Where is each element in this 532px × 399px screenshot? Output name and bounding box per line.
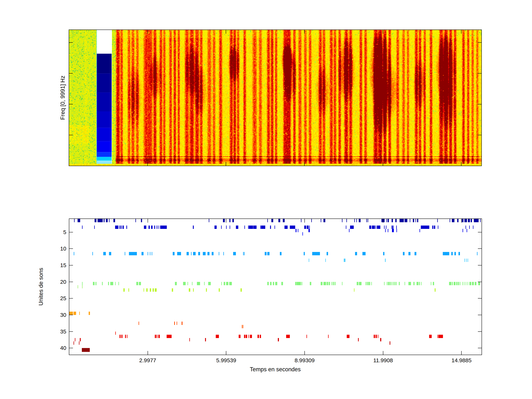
sound-unit-20-mark — [454, 282, 456, 285]
raster-xtick-top — [461, 219, 462, 223]
raster-ytick-right — [478, 265, 481, 266]
sound-unit-20-mark — [273, 282, 274, 285]
sound-unit-3-mark — [309, 226, 310, 229]
sound-unit-29-mark — [69, 312, 73, 315]
sound-unit-1-mark — [464, 219, 467, 222]
sound-unit-1-mark — [359, 219, 361, 222]
sound-unit-20-mark — [431, 282, 431, 285]
sound-unit-3-mark — [230, 226, 230, 229]
raster-ytick-label: 30 — [53, 312, 66, 318]
sound-unit-3-mark — [126, 226, 127, 229]
raster-ytick-left — [69, 248, 73, 249]
sound-unit-3-mark — [375, 226, 376, 229]
sound-unit-20-mark — [95, 282, 97, 285]
sound-unit-36-mark — [244, 335, 245, 338]
sound-unit-20-mark — [396, 282, 397, 285]
sound-unit-20-mark — [334, 282, 334, 285]
sound-unit-36-mark — [438, 335, 443, 338]
sound-unit-22-mark — [152, 288, 154, 292]
sound-unit-3-mark — [249, 226, 253, 229]
spec-ytick-left — [69, 42, 73, 43]
sound-unit-1-mark — [468, 219, 470, 222]
sound-unit-20-mark — [417, 282, 418, 285]
spectrogram-ylabel: Freq [0, 9991] Hz — [59, 76, 66, 120]
sound-unit-3-mark — [221, 226, 222, 229]
sound-unit-3-mark — [396, 226, 397, 229]
raster-xtick-label: 5.99539 — [211, 358, 241, 363]
sound-unit-3-mark — [432, 226, 433, 229]
sound-unit-36-mark — [121, 335, 122, 338]
spec-xtick-bottom — [461, 162, 462, 166]
spectrogram-plot — [69, 30, 482, 166]
spec-ytick-right — [478, 135, 481, 135]
sound-unit-4-mark — [298, 229, 298, 232]
raster-ytick-left — [69, 315, 73, 315]
sound-unit-3-mark — [82, 226, 82, 229]
raster-ytick-right — [478, 315, 481, 315]
sound-unit-11-mark — [203, 252, 206, 255]
sound-unit-1-mark — [271, 219, 273, 222]
sound-unit-36-mark — [246, 335, 247, 338]
sound-unit-20-mark — [102, 282, 103, 285]
raster-ytick-left — [69, 348, 73, 348]
sound-unit-20-mark — [399, 282, 400, 285]
sound-unit-32-mark — [182, 322, 183, 325]
sound-unit-3-mark — [469, 226, 470, 229]
sound-unit-20-mark — [136, 282, 138, 285]
sound-unit-13-mark — [325, 259, 326, 262]
sound-unit-3-mark — [372, 226, 375, 229]
sound-unit-11-mark — [244, 252, 245, 255]
sound-unit-36-mark — [286, 335, 290, 338]
sound-unit-20-mark — [332, 282, 333, 285]
sound-unit-3-mark — [377, 226, 380, 229]
sound-unit-36-mark — [260, 335, 261, 338]
sound-unit-11-mark — [443, 252, 449, 255]
sound-unit-1-mark — [114, 219, 115, 222]
sound-unit-11-mark — [243, 252, 244, 255]
spec-ytick-left — [69, 73, 73, 74]
raster-ytick-left — [69, 298, 73, 298]
spec-xtick-top — [461, 30, 462, 34]
sound-unit-20-mark — [433, 282, 434, 285]
spec-xtick-top — [304, 30, 305, 34]
sound-unit-3-mark — [369, 226, 371, 229]
sound-unit-36-mark — [158, 335, 160, 338]
sound-unit-20-mark — [368, 282, 369, 285]
sound-unit-3-mark — [386, 226, 386, 229]
sound-unit-3-mark — [285, 226, 288, 229]
sound-unit-1-mark — [141, 219, 142, 222]
raster-ytick-label: 15 — [53, 262, 66, 268]
sound-unit-1-mark — [267, 219, 268, 222]
sound-unit-20-mark — [357, 282, 359, 285]
sound-unit-4-mark — [385, 229, 386, 232]
sound-unit-22-mark — [206, 288, 207, 292]
sound-unit-3-mark — [215, 226, 216, 229]
sound-unit-38-mark — [79, 341, 79, 345]
sound-unit-11-mark — [208, 252, 209, 255]
sound-unit-22-mark — [146, 288, 148, 292]
sound-unit-1-mark — [405, 219, 407, 222]
sound-unit-3-mark — [421, 226, 430, 229]
sound-unit-1-mark — [417, 219, 418, 222]
raster-xtick-label: 11.9908 — [368, 358, 398, 363]
sound-unit-38-mark — [74, 341, 74, 345]
sound-unit-36-mark — [378, 335, 378, 338]
sound-unit-1-mark — [106, 219, 108, 222]
sound-unit-4-mark — [309, 229, 310, 232]
sound-unit-4-mark — [467, 229, 467, 232]
sound-unit-11-mark — [403, 252, 405, 255]
sound-unit-20-mark — [208, 282, 211, 285]
sound-unit-36-mark — [375, 335, 377, 338]
sound-unit-20-mark — [295, 282, 297, 285]
sound-unit-36-mark — [258, 335, 259, 338]
sound-unit-36-mark — [429, 335, 432, 338]
sound-unit-20-mark — [371, 282, 372, 285]
sound-unit-36-mark — [347, 335, 350, 338]
spec-ytick-right — [478, 104, 481, 104]
sound-unit-20-mark — [331, 282, 332, 285]
sound-unit-3-mark — [466, 226, 466, 229]
sound-unit-3-mark — [393, 226, 394, 229]
sound-unit-1-mark — [395, 219, 397, 222]
sound-unit-22-mark — [128, 288, 129, 292]
sound-unit-36-mark — [306, 335, 307, 338]
